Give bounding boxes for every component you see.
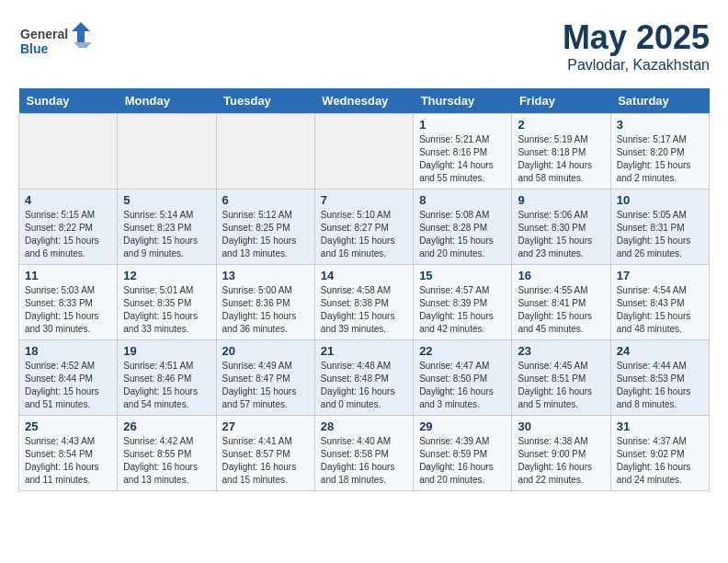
day-details: Sunrise: 4:37 AMSunset: 9:02 PMDaylight:…: [617, 435, 703, 487]
calendar-cell: 8Sunrise: 5:08 AMSunset: 8:28 PMDaylight…: [414, 190, 512, 265]
day-number: 1: [419, 118, 506, 132]
day-number: 3: [617, 118, 703, 132]
week-row-4: 18Sunrise: 4:52 AMSunset: 8:44 PMDayligh…: [19, 340, 710, 416]
calendar-cell: 17Sunrise: 4:54 AMSunset: 8:43 PMDayligh…: [610, 265, 709, 340]
day-number: 12: [123, 269, 210, 282]
calendar-cell: 15Sunrise: 4:57 AMSunset: 8:39 PMDayligh…: [414, 265, 512, 340]
svg-marker-3: [74, 42, 92, 48]
day-number: 7: [321, 193, 407, 207]
day-number: 26: [123, 419, 210, 433]
calendar-cell: 31Sunrise: 4:37 AMSunset: 9:02 PMDayligh…: [610, 416, 709, 491]
day-details: Sunrise: 5:03 AMSunset: 8:33 PMDaylight:…: [25, 284, 111, 336]
day-details: Sunrise: 5:08 AMSunset: 8:28 PMDaylight:…: [419, 209, 506, 260]
day-details: Sunrise: 5:21 AMSunset: 8:16 PMDaylight:…: [419, 133, 506, 185]
day-details: Sunrise: 4:58 AMSunset: 8:38 PMDaylight:…: [321, 284, 407, 336]
calendar-cell: 16Sunrise: 4:55 AMSunset: 8:41 PMDayligh…: [512, 265, 610, 340]
day-number: 14: [321, 269, 407, 282]
calendar-table: SundayMondayTuesdayWednesdayThursdayFrid…: [18, 88, 710, 491]
calendar-cell: [216, 114, 314, 190]
calendar-cell: 19Sunrise: 4:51 AMSunset: 8:46 PMDayligh…: [118, 340, 216, 416]
calendar-cell: 20Sunrise: 4:49 AMSunset: 8:47 PMDayligh…: [216, 340, 314, 416]
calendar-cell: 26Sunrise: 4:42 AMSunset: 8:55 PMDayligh…: [118, 416, 216, 491]
day-details: Sunrise: 4:51 AMSunset: 8:46 PMDaylight:…: [123, 360, 210, 411]
calendar-cell: 21Sunrise: 4:48 AMSunset: 8:48 PMDayligh…: [314, 340, 413, 416]
day-number: 18: [25, 344, 111, 358]
day-details: Sunrise: 4:52 AMSunset: 8:44 PMDaylight:…: [25, 360, 111, 411]
day-details: Sunrise: 4:42 AMSunset: 8:55 PMDaylight:…: [123, 435, 210, 487]
calendar-cell: 5Sunrise: 5:14 AMSunset: 8:23 PMDaylight…: [118, 190, 216, 265]
calendar-cell: 13Sunrise: 5:00 AMSunset: 8:36 PMDayligh…: [216, 265, 314, 340]
day-header-wednesday: Wednesday: [314, 88, 413, 114]
calendar-cell: 30Sunrise: 4:38 AMSunset: 9:00 PMDayligh…: [512, 416, 610, 491]
week-row-2: 4Sunrise: 5:15 AMSunset: 8:22 PMDaylight…: [19, 190, 710, 265]
calendar-cell: 29Sunrise: 4:39 AMSunset: 8:59 PMDayligh…: [414, 416, 512, 491]
day-details: Sunrise: 4:39 AMSunset: 8:59 PMDaylight:…: [419, 435, 506, 487]
day-number: 30: [518, 419, 604, 433]
day-number: 6: [222, 193, 309, 207]
day-number: 17: [617, 269, 703, 282]
day-details: Sunrise: 4:41 AMSunset: 8:57 PMDaylight:…: [222, 435, 309, 487]
day-header-thursday: Thursday: [414, 88, 512, 114]
calendar-cell: 25Sunrise: 4:43 AMSunset: 8:54 PMDayligh…: [19, 416, 118, 491]
day-details: Sunrise: 5:19 AMSunset: 8:18 PMDaylight:…: [518, 133, 604, 185]
calendar-cell: 10Sunrise: 5:05 AMSunset: 8:31 PMDayligh…: [610, 190, 709, 265]
calendar-cell: 7Sunrise: 5:10 AMSunset: 8:27 PMDaylight…: [314, 190, 413, 265]
day-details: Sunrise: 5:14 AMSunset: 8:23 PMDaylight:…: [123, 209, 210, 260]
day-number: 23: [518, 344, 604, 358]
calendar-cell: 18Sunrise: 4:52 AMSunset: 8:44 PMDayligh…: [19, 340, 118, 416]
day-details: Sunrise: 5:15 AMSunset: 8:22 PMDaylight:…: [25, 209, 111, 260]
day-header-saturday: Saturday: [610, 88, 709, 114]
day-number: 31: [617, 419, 703, 433]
day-number: 28: [321, 419, 407, 433]
day-number: 22: [419, 344, 506, 358]
day-details: Sunrise: 4:47 AMSunset: 8:50 PMDaylight:…: [419, 360, 506, 411]
day-details: Sunrise: 4:48 AMSunset: 8:48 PMDaylight:…: [321, 360, 407, 411]
day-number: 2: [518, 118, 604, 132]
day-number: 27: [222, 419, 309, 433]
day-number: 19: [123, 344, 210, 358]
day-number: 15: [419, 269, 506, 282]
day-number: 13: [222, 269, 309, 282]
day-details: Sunrise: 5:10 AMSunset: 8:27 PMDaylight:…: [321, 209, 407, 260]
page-header: General Blue May 2025 Pavlodar, Kazakhst…: [18, 18, 710, 74]
day-details: Sunrise: 4:57 AMSunset: 8:39 PMDaylight:…: [419, 284, 506, 336]
day-number: 16: [518, 269, 604, 282]
day-details: Sunrise: 4:43 AMSunset: 8:54 PMDaylight:…: [25, 435, 111, 487]
svg-marker-2: [72, 22, 90, 42]
day-details: Sunrise: 4:49 AMSunset: 8:47 PMDaylight:…: [222, 360, 309, 411]
calendar-cell: 6Sunrise: 5:12 AMSunset: 8:25 PMDaylight…: [216, 190, 314, 265]
logo: General Blue: [18, 18, 92, 64]
day-number: 11: [25, 269, 111, 282]
day-details: Sunrise: 5:05 AMSunset: 8:31 PMDaylight:…: [617, 209, 703, 260]
day-number: 9: [518, 193, 604, 207]
day-number: 4: [25, 193, 111, 207]
calendar-cell: [118, 114, 216, 190]
svg-text:Blue: Blue: [20, 41, 49, 56]
calendar-cell: 1Sunrise: 5:21 AMSunset: 8:16 PMDaylight…: [414, 114, 512, 190]
week-row-5: 25Sunrise: 4:43 AMSunset: 8:54 PMDayligh…: [19, 416, 710, 491]
logo-svg: General Blue: [18, 18, 92, 64]
day-number: 25: [25, 419, 111, 433]
day-details: Sunrise: 4:44 AMSunset: 8:53 PMDaylight:…: [617, 360, 703, 411]
day-details: Sunrise: 4:45 AMSunset: 8:51 PMDaylight:…: [518, 360, 604, 411]
day-number: 20: [222, 344, 309, 358]
calendar-cell: 3Sunrise: 5:17 AMSunset: 8:20 PMDaylight…: [610, 114, 709, 190]
day-number: 5: [123, 193, 210, 207]
svg-text:General: General: [20, 27, 68, 41]
month-title: May 2025: [563, 18, 710, 57]
week-row-3: 11Sunrise: 5:03 AMSunset: 8:33 PMDayligh…: [19, 265, 710, 340]
week-row-1: 1Sunrise: 5:21 AMSunset: 8:16 PMDaylight…: [19, 114, 710, 190]
calendar-cell: 22Sunrise: 4:47 AMSunset: 8:50 PMDayligh…: [414, 340, 512, 416]
calendar-cell: 11Sunrise: 5:03 AMSunset: 8:33 PMDayligh…: [19, 265, 118, 340]
calendar-cell: [314, 114, 413, 190]
day-header-monday: Monday: [118, 88, 216, 114]
day-details: Sunrise: 4:40 AMSunset: 8:58 PMDaylight:…: [321, 435, 407, 487]
calendar-cell: [19, 114, 118, 190]
calendar-cell: 27Sunrise: 4:41 AMSunset: 8:57 PMDayligh…: [216, 416, 314, 491]
day-details: Sunrise: 5:12 AMSunset: 8:25 PMDaylight:…: [222, 209, 309, 260]
day-details: Sunrise: 5:00 AMSunset: 8:36 PMDaylight:…: [222, 284, 309, 336]
calendar-cell: 28Sunrise: 4:40 AMSunset: 8:58 PMDayligh…: [314, 416, 413, 491]
calendar-cell: 14Sunrise: 4:58 AMSunset: 8:38 PMDayligh…: [314, 265, 413, 340]
day-details: Sunrise: 4:55 AMSunset: 8:41 PMDaylight:…: [518, 284, 604, 336]
day-header-friday: Friday: [512, 88, 610, 114]
